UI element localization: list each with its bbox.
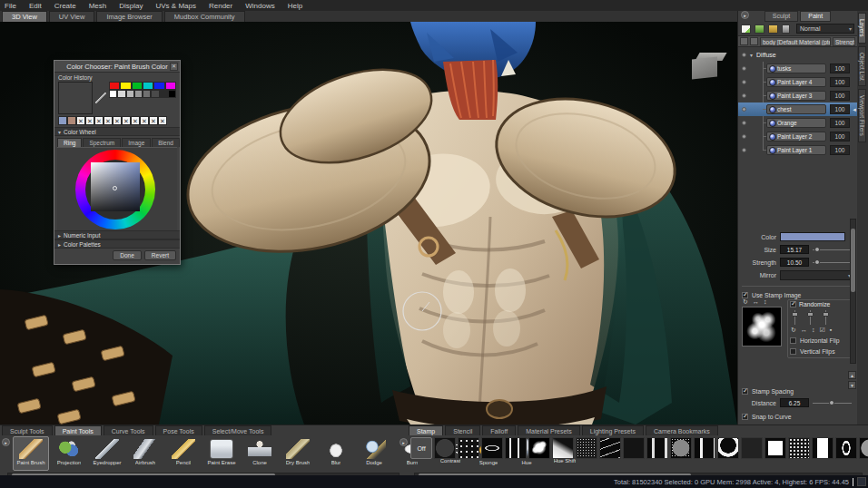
randomize-axis-icon[interactable]: ↕ (812, 327, 815, 334)
layer-opacity-value[interactable]: 100 (830, 118, 850, 128)
distance-slider[interactable] (813, 398, 853, 407)
view-tab[interactable]: 3D View (2, 11, 47, 22)
close-icon[interactable]: ✕ (170, 63, 178, 71)
stamp-thumbnail[interactable] (859, 437, 868, 459)
horizontal-flip-checkbox[interactable] (790, 337, 796, 344)
layer-paint-indicator[interactable] (742, 93, 746, 98)
revert-button[interactable]: Revert (144, 250, 176, 260)
snap-to-curve-checkbox[interactable] (742, 414, 748, 420)
color-cursor[interactable] (113, 186, 117, 190)
layer-paint-indicator[interactable] (742, 66, 746, 71)
empty-history-slot[interactable]: ✕ (131, 116, 140, 125)
color-wheel[interactable] (57, 147, 177, 230)
strength-slider[interactable] (813, 258, 853, 267)
stamp-thumbnail[interactable] (623, 437, 645, 459)
current-color-swatch[interactable] (58, 82, 93, 114)
color-palettes-section[interactable]: Color Palettes (54, 239, 180, 249)
tool-tray-flyout-icon[interactable]: ▸ (2, 438, 10, 446)
randomize-checkbox[interactable] (790, 301, 796, 307)
randomize-axis-icon[interactable]: ☑ (819, 327, 824, 334)
layer-row[interactable]: Paint Layer 3 100 (738, 89, 857, 102)
brush-color-swatch[interactable] (780, 232, 845, 241)
randomize-axis-icon[interactable]: ▪ (830, 327, 832, 334)
eyedropper-icon[interactable] (95, 93, 106, 103)
layer-row[interactable]: Paint Layer 1 100 (738, 143, 857, 157)
side-tab[interactable]: Viewport Filters (858, 89, 866, 142)
tool-button[interactable]: Clone (242, 436, 278, 471)
randomize-horizontal-slider[interactable] (807, 310, 814, 325)
empty-history-slot[interactable]: ✕ (113, 116, 122, 125)
vertical-flip-checkbox[interactable] (790, 348, 796, 355)
palette-swatch[interactable] (132, 82, 143, 90)
layer-row[interactable]: tusks 100 (738, 62, 857, 75)
layer-opacity-value[interactable]: 100 (830, 91, 850, 101)
status-corner-button[interactable] (857, 477, 866, 486)
layer-opacity-value[interactable]: 100 (830, 132, 850, 142)
menu-item[interactable]: Help (288, 2, 302, 10)
palette-swatch[interactable] (143, 82, 153, 90)
palette-swatch[interactable] (143, 90, 151, 98)
stamp-transform-icon[interactable]: ↻ (743, 298, 748, 306)
layer-paint-indicator[interactable] (742, 107, 746, 112)
empty-history-slot[interactable]: ✕ (122, 116, 131, 125)
layer-row[interactable]: Paint Layer 4 100 (738, 75, 857, 89)
layer-paint-indicator[interactable] (742, 121, 746, 125)
empty-history-slot[interactable]: ✕ (149, 116, 158, 125)
palette-swatch[interactable] (168, 90, 176, 98)
palette-swatch[interactable] (109, 90, 117, 98)
stamp-tray-tab[interactable]: Falloff (482, 425, 516, 435)
stamp-tray-flyout-icon[interactable]: ▸ (399, 438, 408, 446)
numeric-input-section[interactable]: Numeric Input (54, 230, 180, 239)
mirror-dropdown[interactable] (780, 270, 853, 280)
panel-tab[interactable]: Sculpt (764, 11, 798, 22)
palette-swatch[interactable] (126, 90, 134, 98)
tool-button[interactable]: Pencil (165, 436, 202, 471)
stamp-thumbnail[interactable] (552, 437, 574, 459)
empty-history-slot[interactable]: ✕ (158, 116, 167, 125)
side-tab[interactable]: Layers (858, 13, 866, 44)
slider-knob[interactable] (829, 400, 834, 405)
panel-tab[interactable]: Paint (800, 11, 831, 22)
stamp-tray-tab[interactable]: Material Presets (518, 425, 580, 435)
distance-input[interactable]: 6.25 (780, 398, 809, 407)
side-tab[interactable]: Object List (858, 46, 866, 87)
view-tab[interactable]: Mudbox Community (164, 11, 245, 22)
stamp-tray-tab[interactable]: Lighting Presets (582, 425, 644, 435)
stamp-thumbnail[interactable] (741, 437, 763, 459)
merge-layer-icon[interactable] (782, 24, 790, 34)
tool-tray-tab[interactable]: Select/Move Tools (204, 425, 272, 435)
collapse-icon[interactable] (750, 52, 753, 58)
scroll-up-icon[interactable]: ▲ (848, 371, 856, 379)
tool-button[interactable]: Airbrush (127, 436, 163, 471)
palette-swatch[interactable] (109, 82, 120, 90)
palette-swatch[interactable] (120, 82, 131, 90)
stamp-spacing-checkbox[interactable] (742, 388, 748, 395)
empty-history-slot[interactable]: ✕ (76, 116, 85, 125)
layer-opacity-value[interactable]: 100 (830, 63, 850, 73)
palette-swatch[interactable] (151, 90, 159, 98)
layer-paint-indicator[interactable] (742, 148, 746, 152)
strength-input[interactable]: 10.50 (780, 258, 809, 267)
wheel-tab[interactable]: Blend (152, 138, 180, 147)
slider-knob[interactable] (814, 247, 820, 252)
menu-item[interactable]: File (5, 2, 16, 10)
stamp-transform-icon[interactable]: ↕ (764, 298, 767, 306)
stamp-thumbnail[interactable] (599, 437, 621, 459)
stamp-tray-tab[interactable]: Camera Bookmarks (646, 425, 718, 435)
saturation-value-square[interactable] (91, 162, 140, 211)
stamp-tray-tab[interactable]: Stencil (445, 425, 480, 435)
tool-button[interactable]: Paint Brush (13, 436, 49, 471)
stamp-thumbnail[interactable] (812, 437, 833, 459)
scroll-down-icon[interactable]: ▼ (848, 381, 856, 389)
layer-opacity-value[interactable]: 100 (830, 77, 850, 87)
hue-ring[interactable] (75, 150, 155, 229)
tool-tray-tab[interactable]: Sculpt Tools (2, 425, 53, 435)
stamp-thumbnail[interactable] (458, 437, 479, 459)
layer-row[interactable]: chest 100 (738, 102, 857, 116)
menu-item[interactable]: Mesh (89, 2, 107, 10)
menu-item[interactable]: Edit (29, 2, 42, 10)
view-cube[interactable] (688, 51, 725, 82)
done-button[interactable]: Done (113, 250, 142, 260)
stamp-preview-image[interactable] (742, 307, 782, 346)
palette-swatch[interactable] (134, 90, 143, 98)
